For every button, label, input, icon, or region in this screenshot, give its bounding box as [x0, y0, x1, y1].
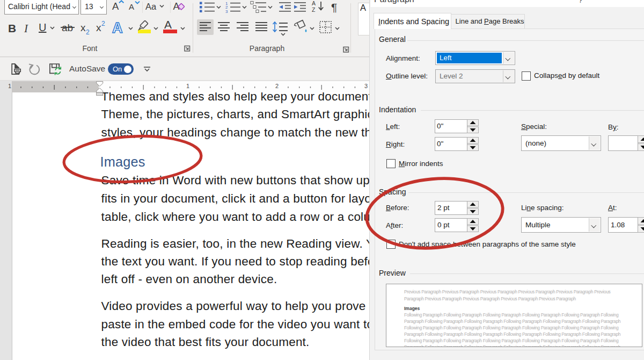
- svg-text:3: 3: [225, 9, 228, 14]
- svg-text:¶: ¶: [331, 1, 337, 13]
- svg-text:Z: Z: [312, 6, 316, 13]
- svg-text:A: A: [164, 18, 172, 31]
- svg-text:A: A: [312, 0, 316, 6]
